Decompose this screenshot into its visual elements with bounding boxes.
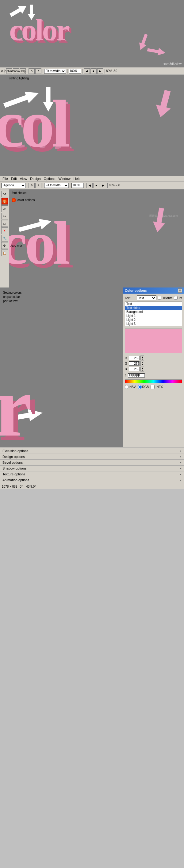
bevel-options-row[interactable]: Bevel options ▸: [0, 460, 184, 466]
b-down[interactable]: ▼: [141, 369, 144, 371]
tool-box[interactable]: □: [1, 220, 8, 227]
tool-x[interactable]: X: [1, 227, 8, 234]
menu-options[interactable]: Options: [44, 177, 56, 181]
g-up[interactable]: ▲: [141, 361, 144, 364]
rotate-label: 80%: [106, 69, 112, 73]
menu-window[interactable]: Window: [59, 177, 70, 181]
b-input[interactable]: [129, 367, 140, 371]
tool-color[interactable]: 🎨: [1, 198, 8, 205]
designer-canvas: font choice color options 图最锐利 www.xxx.c…: [9, 189, 184, 287]
menu-help[interactable]: Help: [73, 177, 81, 181]
designer-zoom-input[interactable]: [71, 183, 84, 188]
list-item-text[interactable]: Text: [125, 302, 182, 306]
color-options-dialog: Color options ✕ Text Text Texture Int Te…: [123, 287, 184, 447]
sep-d4: [85, 183, 85, 188]
dialog-content: Text Text Texture Int Text Text sides Ba…: [123, 293, 184, 447]
texture-checkbox[interactable]: [158, 296, 161, 300]
int-checkbox[interactable]: [174, 296, 178, 300]
font-selector[interactable]: Agenda: [1, 183, 26, 188]
int-label: Int: [179, 297, 182, 300]
dialog-titlebar: Color options ✕: [123, 287, 184, 293]
bevel-arrow: ▸: [180, 461, 182, 464]
b-row: B ▲ ▼: [125, 367, 182, 371]
designer-bold[interactable]: B: [29, 183, 35, 188]
large-arrow-3: [153, 89, 175, 119]
menu-edit[interactable]: Edit: [11, 177, 17, 181]
tool-clip[interactable]: 📋: [1, 249, 8, 256]
design-options-row[interactable]: Design options ▸: [0, 454, 184, 460]
r-up[interactable]: ▲: [141, 356, 144, 358]
rgb-radio[interactable]: [138, 385, 142, 389]
list-item-background[interactable]: Background: [125, 310, 182, 314]
align-left-btn[interactable]: ◀: [84, 68, 90, 74]
g-row: G ▲ ▼: [125, 361, 182, 366]
hex-checkbox[interactable]: [151, 385, 155, 389]
sep-d1: [27, 183, 27, 188]
window-menu[interactable]: Window: [13, 68, 19, 74]
extrusion-options-row[interactable]: Extrusion options ▸: [0, 448, 184, 454]
separator-5: [82, 69, 83, 73]
hsv-radio[interactable]: [125, 385, 129, 389]
g-down[interactable]: ▼: [141, 364, 144, 366]
list-item-light1[interactable]: Light 1: [125, 314, 182, 318]
b-up[interactable]: ▲: [141, 367, 144, 369]
hex-hash: #: [125, 374, 127, 377]
menu-design[interactable]: Design: [30, 177, 40, 181]
hsv-radio-label[interactable]: HSV: [125, 385, 136, 389]
help-menu[interactable]: Help: [20, 68, 26, 74]
xara3d-view: color xara3d6 view: [0, 0, 184, 67]
large-3d-text: col: [0, 90, 67, 158]
r-spinner[interactable]: ▲ ▼: [141, 355, 144, 361]
hsv-rgb-row: HSV RGB HEX: [125, 385, 182, 389]
align-right-btn[interactable]: ▶: [97, 68, 103, 74]
setting-lighting-label: setting lighting: [9, 76, 29, 80]
tool-shape[interactable]: ▱: [1, 205, 8, 212]
g-spinner[interactable]: ▲ ▼: [141, 361, 144, 366]
align-center-btn[interactable]: ■: [90, 68, 97, 74]
tool-text[interactable]: Aa: [1, 191, 8, 197]
rgb-radio-label[interactable]: RGB: [138, 385, 149, 389]
coords-label: -43.9,0°: [25, 485, 36, 488]
status-bar: 1078 × 882 0° -43.9,0°: [0, 484, 184, 489]
menu-file[interactable]: File: [2, 177, 8, 181]
shadow-options-row[interactable]: Shadow options ▸: [0, 466, 184, 471]
designer-offset: -50: [116, 184, 120, 187]
designer-align-r[interactable]: ▶: [100, 183, 106, 188]
designer-italic[interactable]: I: [35, 183, 41, 188]
list-item-text-sides[interactable]: Text sides: [125, 306, 182, 310]
zoom-dropdown[interactable]: Fit to width: [44, 69, 66, 73]
r-input[interactable]: [129, 356, 140, 360]
rainbow-bar[interactable]: [125, 379, 182, 383]
texture-options-row[interactable]: Texture options ▸: [0, 471, 184, 477]
designer-align-l[interactable]: ◀: [87, 183, 93, 188]
g-input[interactable]: [129, 361, 140, 366]
tool-cut[interactable]: ✂: [1, 213, 8, 219]
angle-label: 0°: [20, 485, 23, 488]
g-label: G: [125, 362, 128, 365]
list-item-light2[interactable]: Light 2: [125, 318, 182, 322]
bold-btn[interactable]: B: [29, 68, 35, 74]
b-spinner[interactable]: ▲ ▼: [141, 367, 144, 371]
tool-gear[interactable]: ⚙: [1, 242, 8, 249]
watermark-text: 图最锐利 www.xxx.com: [149, 214, 178, 218]
color-target-select[interactable]: Text: [137, 296, 156, 300]
zoom-input[interactable]: [69, 69, 81, 73]
designer-toolbar: Agenda B I Fit to width ◀ ■ ▶ 80% -50: [0, 181, 184, 189]
list-item-light3[interactable]: Light 3: [125, 322, 182, 326]
tool-wrench[interactable]: 🔧: [1, 235, 8, 242]
designer-rotate: 80%: [109, 184, 115, 187]
designer-align-c[interactable]: ■: [93, 183, 99, 188]
hex-input[interactable]: [128, 373, 145, 378]
sep-d3: [70, 183, 70, 188]
section4: Setting colors on particular part of tex…: [0, 287, 184, 447]
sep-d5: [107, 183, 108, 188]
italic-btn[interactable]: I: [35, 68, 41, 74]
menu-view[interactable]: View: [20, 177, 27, 181]
designer-zoom-dropdown[interactable]: Fit to width: [44, 183, 69, 188]
color-target-list[interactable]: Text Text sides Background Light 1 Light…: [125, 302, 182, 326]
r-down[interactable]: ▼: [141, 358, 144, 360]
r-row: R ▲ ▼: [125, 355, 182, 361]
dialog-close-btn[interactable]: ✕: [178, 288, 182, 293]
animation-options-row[interactable]: Animation options ▸: [0, 477, 184, 483]
color-options-label: color options: [12, 198, 35, 202]
